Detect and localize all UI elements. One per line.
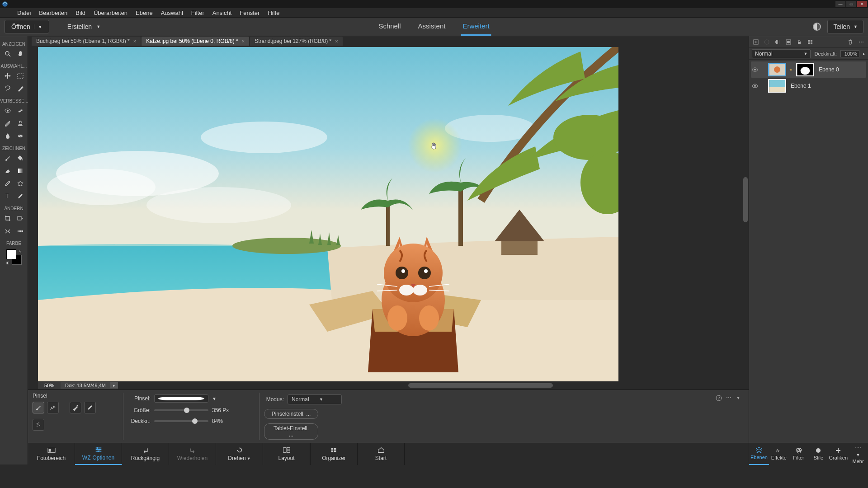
layer-visibility-icon[interactable] <box>752 83 758 89</box>
brush-tool-icon[interactable] <box>2 153 13 164</box>
graphics-tab[interactable]: Grafiken <box>828 443 848 465</box>
new-layer-icon[interactable] <box>752 38 760 46</box>
opt-pencil-variant-icon[interactable] <box>84 402 96 413</box>
theme-toggle-icon[interactable] <box>813 23 821 31</box>
foreground-color-swatch[interactable] <box>6 249 16 259</box>
delete-layer-icon[interactable] <box>846 38 854 46</box>
more-tab[interactable]: ⋯▼ Mehr <box>848 443 868 465</box>
layer-mask-link-icon[interactable]: ⚭ <box>789 67 793 72</box>
blend-mode-select[interactable]: Normal ▼ <box>288 394 342 404</box>
move-tool-icon[interactable] <box>2 70 13 81</box>
horizontal-scrollbar-thumb[interactable] <box>408 383 553 388</box>
help-icon[interactable]: ? <box>715 394 722 402</box>
sponge-tool-icon[interactable] <box>15 131 26 141</box>
redo-tab[interactable]: Wiederholen <box>169 443 216 465</box>
adjustment-layer-icon[interactable] <box>774 38 782 46</box>
maximize-button[interactable]: ▭ <box>846 1 856 7</box>
fx-icon[interactable] <box>806 38 814 46</box>
redeye-tool-icon[interactable] <box>2 105 13 116</box>
layer-name[interactable]: Ebene 0 <box>819 66 839 73</box>
recompose-tool-icon[interactable] <box>15 213 26 224</box>
lock-layer-icon[interactable] <box>795 38 803 46</box>
menu-auswahl[interactable]: Auswahl <box>161 9 183 16</box>
opt-color-replace-brush-icon[interactable] <box>70 402 81 413</box>
tablet-settings-button[interactable]: Tablet-Einstell. ... <box>264 423 318 440</box>
vertical-scrollbar[interactable] <box>742 46 749 371</box>
eyedropper-tool-icon[interactable] <box>2 178 13 189</box>
menu-bearbeiten[interactable]: Bearbeiten <box>39 9 67 16</box>
photobin-tab[interactable]: Fotobereich <box>28 443 75 465</box>
pencil-tool-icon[interactable] <box>15 191 26 202</box>
straighten-tool-icon[interactable] <box>15 225 26 236</box>
brush-settings-button[interactable]: Pinseleinstell. ... <box>264 409 318 419</box>
layer-mask-thumbnail[interactable] <box>796 63 814 76</box>
organizer-tab[interactable]: Organizer <box>311 443 358 465</box>
layer-thumbnail[interactable] <box>768 63 786 76</box>
paint-bucket-tool-icon[interactable] <box>15 153 26 164</box>
new-group-icon[interactable] <box>763 38 771 46</box>
layer-mask-icon[interactable] <box>784 38 793 46</box>
blur-tool-icon[interactable] <box>2 131 13 141</box>
zoom-tool-icon[interactable] <box>2 48 13 59</box>
menu-ebene[interactable]: Ebene <box>136 9 153 16</box>
collapse-panel-icon[interactable]: ▾ <box>737 394 744 402</box>
panel-menu-icon[interactable]: ⋯ <box>857 38 865 46</box>
create-button[interactable]: Erstellen ▼ <box>67 23 100 30</box>
document-tab[interactable]: Strand.jpeg bei 127% (RGB/8) * × <box>250 37 343 46</box>
marquee-tool-icon[interactable] <box>15 70 26 81</box>
document-tab-close-icon[interactable]: × <box>335 38 338 44</box>
layer-row[interactable]: ⚭ Ebene 0 <box>751 61 866 78</box>
slider-thumb[interactable] <box>192 418 198 424</box>
reset-colors-icon[interactable]: ◧ <box>6 261 9 265</box>
opacity-caret-icon[interactable]: ▸ <box>863 52 865 56</box>
opt-impressionist-brush-icon[interactable] <box>47 402 59 413</box>
mode-tab-quick[interactable]: Schnell <box>377 18 402 36</box>
menu-hilfe[interactable]: Hilfe <box>268 9 279 16</box>
brush-size-slider[interactable] <box>154 409 208 411</box>
menu-bild[interactable]: Bild <box>75 9 85 16</box>
home-tab[interactable]: Start <box>358 443 405 465</box>
styles-tab[interactable]: Stile <box>808 443 828 465</box>
shape-tool-icon[interactable] <box>15 178 26 189</box>
rotate-tab[interactable]: Drehen▼ <box>216 443 263 465</box>
layer-opacity-input[interactable]: 100% <box>840 50 859 57</box>
zoom-level[interactable]: 50% <box>38 382 61 389</box>
brush-opacity-slider[interactable] <box>154 420 208 422</box>
slider-thumb[interactable] <box>184 408 189 413</box>
mode-tab-guided[interactable]: Assistent <box>416 18 448 36</box>
open-button-caret-icon[interactable]: ▼ <box>34 24 42 29</box>
open-button[interactable]: Öffnen ▼ <box>5 20 49 33</box>
swap-colors-icon[interactable]: ⇆ <box>19 249 22 253</box>
layer-thumbnail[interactable] <box>768 79 786 93</box>
gradient-tool-icon[interactable] <box>15 165 26 176</box>
lasso-tool-icon[interactable] <box>2 83 13 94</box>
undo-tab[interactable]: Rückgängig <box>122 443 169 465</box>
mode-tab-expert[interactable]: Erweitert <box>461 18 491 36</box>
share-button[interactable]: Teilen ▼ <box>827 20 863 33</box>
menu-datei[interactable]: Datei <box>17 9 31 16</box>
hand-tool-icon[interactable] <box>15 48 26 59</box>
vertical-scrollbar-thumb[interactable] <box>743 177 748 222</box>
brush-preset-dropdown-icon[interactable]: ▼ <box>212 396 217 401</box>
layer-blend-mode-select[interactable]: Normal ▼ <box>752 49 811 58</box>
content-aware-move-icon[interactable] <box>2 225 13 236</box>
brush-size-value[interactable]: 356 Px <box>212 407 235 413</box>
crop-tool-icon[interactable] <box>2 213 13 224</box>
tool-options-tab[interactable]: WZ-Optionen <box>75 443 122 465</box>
horizontal-scrollbar[interactable] <box>121 383 746 388</box>
eraser-tool-icon[interactable] <box>2 165 13 176</box>
spot-heal-tool-icon[interactable] <box>15 105 26 116</box>
document-canvas[interactable] <box>38 47 618 381</box>
layers-tab[interactable]: Ebenen <box>749 443 769 465</box>
layer-name[interactable]: Ebene 1 <box>791 83 811 89</box>
document-tab-close-icon[interactable]: × <box>133 38 136 44</box>
layer-visibility-icon[interactable] <box>752 66 758 73</box>
effects-tab[interactable]: fx Effekte <box>769 443 789 465</box>
panel-menu-icon[interactable]: ⋯ <box>726 394 733 402</box>
minimize-button[interactable]: — <box>835 1 845 7</box>
opt-brush-variant-icon[interactable] <box>33 402 44 413</box>
close-window-button[interactable]: ✕ <box>857 1 867 7</box>
clone-stamp-tool-icon[interactable] <box>15 118 26 129</box>
document-tab[interactable]: Buch.jpeg bei 50% (Ebene 1, RGB/8) * × <box>32 37 141 46</box>
document-info-menu-icon[interactable]: ▸ <box>110 382 118 389</box>
